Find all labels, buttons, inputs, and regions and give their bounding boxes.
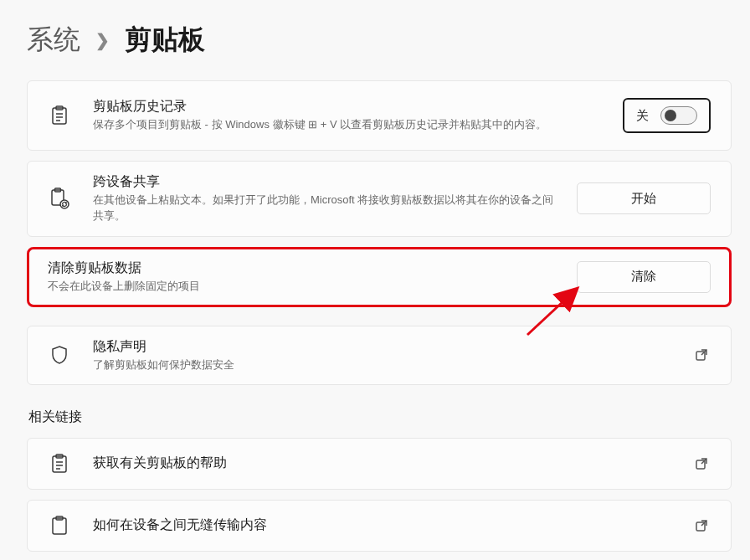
clipboard-list-icon: [48, 452, 71, 475]
related-transfer-title: 如何在设备之间无缝传输内容: [93, 516, 684, 534]
related-help-title: 获取有关剪贴板的帮助: [93, 455, 684, 472]
clear-desc: 不会在此设备上删除固定的项目: [48, 279, 568, 295]
open-external-icon: [692, 455, 711, 473]
breadcrumb: 系统 ❯ 剪贴板: [27, 22, 732, 59]
svg-rect-0: [53, 108, 66, 124]
clipboard-history-toggle[interactable]: [660, 106, 697, 125]
privacy-desc: 了解剪贴板如何保护数据安全: [93, 357, 684, 373]
clipboard-sync-icon: [48, 187, 71, 210]
sync-desc: 在其他设备上粘贴文本。如果打开了此功能，Microsoft 将接收剪贴板数据以将…: [93, 193, 562, 224]
svg-rect-15: [53, 518, 66, 534]
privacy-title: 隐私声明: [93, 338, 684, 356]
clipboard-history-desc: 保存多个项目到剪贴板 - 按 Windows 徽标键 ⊞ + V 以查看剪贴板历…: [93, 117, 614, 133]
related-transfer[interactable]: 如何在设备之间无缝传输内容: [27, 500, 732, 552]
svg-point-7: [60, 200, 69, 208]
svg-rect-9: [53, 456, 66, 472]
clipboard-history-title: 剪贴板历史记录: [93, 98, 614, 116]
open-external-icon: [692, 516, 711, 535]
open-external-icon: [692, 346, 711, 364]
toggle-state-label: 关: [636, 108, 649, 124]
breadcrumb-parent[interactable]: 系统: [27, 22, 80, 59]
start-button[interactable]: 开始: [577, 182, 711, 214]
toggle-knob: [665, 110, 676, 121]
setting-sync-devices: 跨设备共享 在其他设备上粘贴文本。如果打开了此功能，Microsoft 将接收剪…: [27, 161, 732, 237]
related-links-label: 相关链接: [28, 408, 732, 426]
setting-privacy[interactable]: 隐私声明 了解剪贴板如何保护数据安全: [27, 326, 732, 386]
setting-clipboard-history: 剪贴板历史记录 保存多个项目到剪贴板 - 按 Windows 徽标键 ⊞ + V…: [27, 80, 732, 151]
clear-title: 清除剪贴板数据: [48, 259, 568, 277]
clear-button[interactable]: 清除: [577, 261, 711, 293]
related-help[interactable]: 获取有关剪贴板的帮助: [27, 438, 732, 490]
shield-icon: [48, 343, 71, 367]
page-title: 剪贴板: [125, 22, 205, 59]
chevron-right-icon: ❯: [95, 30, 110, 50]
clipboard-icon: [48, 514, 71, 537]
setting-clear-clipboard: 清除剪贴板数据 不会在此设备上删除固定的项目 清除: [27, 247, 732, 307]
sync-title: 跨设备共享: [93, 173, 568, 191]
clipboard-list-icon: [48, 104, 71, 127]
clipboard-history-toggle-wrap: 关: [623, 98, 711, 133]
